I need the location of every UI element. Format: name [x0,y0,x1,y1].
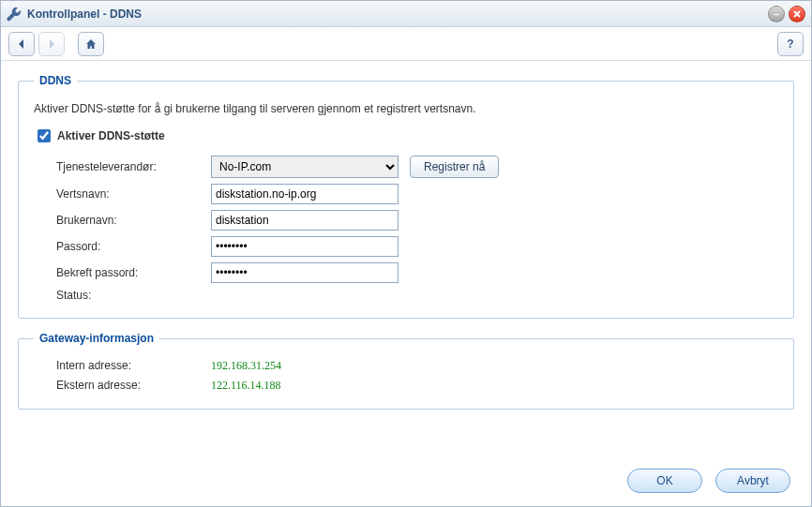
confirm-password-input[interactable] [211,262,398,283]
enable-ddns-label: Aktiver DDNS-støtte [57,129,165,142]
gateway-group: Gateway-informasjon Intern adresse: 192.… [18,332,794,410]
cancel-button[interactable]: Avbryt [715,469,790,493]
external-address-label: Ekstern adresse: [56,379,211,393]
forward-button[interactable] [38,32,65,56]
password-label: Passord: [56,240,211,253]
external-address-value: 122.116.14.188 [211,379,281,393]
ddns-group: DDNS Aktiver DDNS-støtte for å gi bruker… [18,74,794,319]
hostname-label: Vertsnavn: [56,187,211,201]
password-input[interactable] [211,236,398,257]
enable-ddns-checkbox[interactable] [38,129,51,142]
back-button[interactable] [8,32,35,56]
hostname-input[interactable] [211,184,398,204]
ddns-description: Aktiver DDNS-støtte for å gi brukerne ti… [34,102,778,115]
minimize-button[interactable]: – [768,6,785,22]
internal-address-value: 192.168.31.254 [211,359,281,373]
titlebar: Kontrollpanel - DDNS – [1,1,811,27]
ddns-legend: DDNS [34,74,77,87]
help-button[interactable]: ? [777,32,804,56]
help-icon: ? [787,37,793,51]
provider-label: Tjenesteleverandør: [56,160,211,173]
gateway-legend: Gateway-informasjon [34,332,159,345]
username-input[interactable] [211,210,398,231]
username-label: Brukernavn: [56,214,211,227]
provider-select[interactable]: No-IP.com [211,156,398,178]
confirm-password-label: Bekreft passord: [56,266,211,279]
wrench-icon [7,7,22,22]
register-now-button[interactable]: Registrer nå [410,156,499,178]
ok-button[interactable]: OK [627,469,702,493]
toolbar: ? [1,27,811,61]
internal-address-label: Intern adresse: [56,359,211,373]
close-button[interactable] [789,6,805,22]
dialog-actions: OK Avbryt [627,469,790,493]
window-title: Kontrollpanel - DDNS [27,7,142,21]
status-label: Status: [56,289,211,302]
panel-body: DDNS Aktiver DDNS-støtte for å gi bruker… [1,61,811,432]
window: Kontrollpanel - DDNS – ? DDNS Aktiver DD… [0,0,812,507]
home-button[interactable] [78,32,104,56]
